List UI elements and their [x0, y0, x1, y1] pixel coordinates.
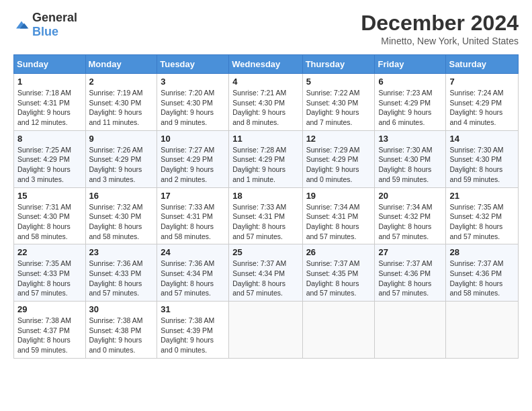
day-info: Sunrise: 7:36 AMSunset: 4:34 PMDaylight:… — [161, 259, 225, 298]
day-info: Sunrise: 7:35 AMSunset: 4:32 PMDaylight:… — [449, 202, 515, 242]
day-info: Sunrise: 7:35 AMSunset: 4:33 PMDaylight:… — [17, 259, 82, 298]
calendar-week-1: 1Sunrise: 7:18 AMSunset: 4:31 PMDaylight… — [14, 74, 519, 131]
calendar-header-saturday: Saturday — [446, 55, 519, 74]
calendar-week-5: 29Sunrise: 7:38 AMSunset: 4:37 PMDayligh… — [14, 302, 519, 359]
calendar-cell: 26Sunrise: 7:37 AMSunset: 4:35 PMDayligh… — [302, 244, 375, 302]
day-info: Sunrise: 7:18 AMSunset: 4:31 PMDaylight:… — [17, 88, 82, 128]
calendar-cell: 10Sunrise: 7:27 AMSunset: 4:29 PMDayligh… — [157, 130, 229, 187]
calendar-header-monday: Monday — [85, 55, 157, 74]
day-info: Sunrise: 7:22 AMSunset: 4:30 PMDaylight:… — [306, 88, 371, 128]
day-info: Sunrise: 7:33 AMSunset: 4:31 PMDaylight:… — [232, 202, 298, 242]
day-info: Sunrise: 7:37 AMSunset: 4:36 PMDaylight:… — [449, 259, 515, 298]
calendar-cell — [375, 302, 446, 359]
day-info: Sunrise: 7:21 AMSunset: 4:30 PMDaylight:… — [232, 88, 298, 128]
day-info: Sunrise: 7:19 AMSunset: 4:30 PMDaylight:… — [89, 88, 154, 128]
calendar-header-sunday: Sunday — [14, 55, 86, 74]
day-info: Sunrise: 7:30 AMSunset: 4:30 PMDaylight:… — [449, 145, 515, 185]
calendar-cell: 1Sunrise: 7:18 AMSunset: 4:31 PMDaylight… — [14, 74, 86, 131]
day-info: Sunrise: 7:30 AMSunset: 4:30 PMDaylight:… — [378, 145, 442, 185]
calendar-cell: 9Sunrise: 7:26 AMSunset: 4:29 PMDaylight… — [85, 130, 157, 187]
day-info: Sunrise: 7:36 AMSunset: 4:33 PMDaylight:… — [89, 259, 154, 298]
calendar-header-thursday: Thursday — [302, 55, 375, 74]
day-number: 12 — [306, 134, 371, 144]
day-info: Sunrise: 7:32 AMSunset: 4:30 PMDaylight:… — [89, 202, 154, 242]
day-number: 11 — [232, 134, 298, 144]
calendar-cell: 4Sunrise: 7:21 AMSunset: 4:30 PMDaylight… — [229, 74, 302, 131]
calendar-week-2: 8Sunrise: 7:25 AMSunset: 4:29 PMDaylight… — [14, 130, 519, 187]
logo-general: General — [32, 11, 77, 24]
calendar-cell: 3Sunrise: 7:20 AMSunset: 4:30 PMDaylight… — [157, 74, 229, 131]
logo: General Blue — [13, 11, 77, 39]
calendar-cell: 13Sunrise: 7:30 AMSunset: 4:30 PMDayligh… — [375, 130, 446, 187]
calendar-cell: 17Sunrise: 7:33 AMSunset: 4:31 PMDayligh… — [157, 187, 229, 244]
calendar-header-row: SundayMondayTuesdayWednesdayThursdayFrid… — [14, 55, 519, 74]
calendar-cell: 22Sunrise: 7:35 AMSunset: 4:33 PMDayligh… — [14, 244, 86, 302]
logo-text: General Blue — [32, 11, 77, 39]
logo-blue: Blue — [32, 25, 58, 38]
day-number: 10 — [161, 134, 225, 144]
day-number: 28 — [449, 247, 515, 257]
day-info: Sunrise: 7:34 AMSunset: 4:32 PMDaylight:… — [378, 202, 442, 242]
day-number: 17 — [161, 191, 225, 201]
day-number: 15 — [17, 191, 82, 201]
calendar-cell — [302, 302, 375, 359]
calendar-cell: 30Sunrise: 7:38 AMSunset: 4:38 PMDayligh… — [85, 302, 157, 359]
calendar-cell: 23Sunrise: 7:36 AMSunset: 4:33 PMDayligh… — [85, 244, 157, 302]
calendar: SundayMondayTuesdayWednesdayThursdayFrid… — [13, 54, 519, 359]
day-number: 19 — [306, 191, 371, 201]
day-number: 8 — [17, 134, 82, 144]
calendar-cell: 15Sunrise: 7:31 AMSunset: 4:30 PMDayligh… — [14, 187, 86, 244]
calendar-cell: 27Sunrise: 7:37 AMSunset: 4:36 PMDayligh… — [375, 244, 446, 302]
calendar-cell: 2Sunrise: 7:19 AMSunset: 4:30 PMDaylight… — [85, 74, 157, 131]
day-number: 6 — [378, 77, 442, 87]
day-number: 20 — [378, 191, 442, 201]
day-number: 29 — [17, 304, 82, 314]
day-info: Sunrise: 7:31 AMSunset: 4:30 PMDaylight:… — [17, 202, 82, 242]
day-info: Sunrise: 7:23 AMSunset: 4:29 PMDaylight:… — [378, 88, 442, 128]
day-info: Sunrise: 7:29 AMSunset: 4:29 PMDaylight:… — [306, 145, 371, 185]
calendar-cell: 28Sunrise: 7:37 AMSunset: 4:36 PMDayligh… — [446, 244, 519, 302]
calendar-cell: 14Sunrise: 7:30 AMSunset: 4:30 PMDayligh… — [446, 130, 519, 187]
day-number: 26 — [306, 247, 371, 257]
subtitle: Minetto, New York, United States — [361, 36, 519, 46]
calendar-cell: 24Sunrise: 7:36 AMSunset: 4:34 PMDayligh… — [157, 244, 229, 302]
day-info: Sunrise: 7:20 AMSunset: 4:30 PMDaylight:… — [161, 88, 225, 128]
day-info: Sunrise: 7:38 AMSunset: 4:39 PMDaylight:… — [161, 316, 225, 355]
day-info: Sunrise: 7:38 AMSunset: 4:38 PMDaylight:… — [89, 316, 154, 355]
calendar-header-friday: Friday — [375, 55, 446, 74]
day-number: 13 — [378, 134, 442, 144]
day-number: 23 — [89, 247, 154, 257]
day-number: 24 — [161, 247, 225, 257]
day-info: Sunrise: 7:24 AMSunset: 4:29 PMDaylight:… — [449, 88, 515, 128]
calendar-cell: 11Sunrise: 7:28 AMSunset: 4:29 PMDayligh… — [229, 130, 302, 187]
day-number: 30 — [89, 304, 154, 314]
day-info: Sunrise: 7:25 AMSunset: 4:29 PMDaylight:… — [17, 145, 82, 185]
day-info: Sunrise: 7:37 AMSunset: 4:36 PMDaylight:… — [378, 259, 442, 298]
calendar-cell: 12Sunrise: 7:29 AMSunset: 4:29 PMDayligh… — [302, 130, 375, 187]
calendar-cell: 25Sunrise: 7:37 AMSunset: 4:34 PMDayligh… — [229, 244, 302, 302]
day-number: 22 — [17, 247, 82, 257]
day-info: Sunrise: 7:37 AMSunset: 4:35 PMDaylight:… — [306, 259, 371, 298]
day-number: 2 — [89, 77, 154, 87]
day-info: Sunrise: 7:26 AMSunset: 4:29 PMDaylight:… — [89, 145, 154, 185]
calendar-cell: 19Sunrise: 7:34 AMSunset: 4:31 PMDayligh… — [302, 187, 375, 244]
day-number: 21 — [449, 191, 515, 201]
calendar-cell: 8Sunrise: 7:25 AMSunset: 4:29 PMDaylight… — [14, 130, 86, 187]
day-number: 7 — [449, 77, 515, 87]
day-number: 3 — [161, 77, 225, 87]
calendar-header-wednesday: Wednesday — [229, 55, 302, 74]
title-area: December 2024 Minetto, New York, United … — [361, 11, 519, 46]
calendar-header-tuesday: Tuesday — [157, 55, 229, 74]
calendar-cell: 29Sunrise: 7:38 AMSunset: 4:37 PMDayligh… — [14, 302, 86, 359]
calendar-cell — [446, 302, 519, 359]
calendar-cell: 31Sunrise: 7:38 AMSunset: 4:39 PMDayligh… — [157, 302, 229, 359]
day-info: Sunrise: 7:28 AMSunset: 4:29 PMDaylight:… — [232, 145, 298, 185]
day-number: 27 — [378, 247, 442, 257]
day-info: Sunrise: 7:37 AMSunset: 4:34 PMDaylight:… — [232, 259, 298, 298]
day-number: 5 — [306, 77, 371, 87]
calendar-cell: 5Sunrise: 7:22 AMSunset: 4:30 PMDaylight… — [302, 74, 375, 131]
header: General Blue December 2024 Minetto, New … — [13, 11, 519, 46]
calendar-cell: 21Sunrise: 7:35 AMSunset: 4:32 PMDayligh… — [446, 187, 519, 244]
day-number: 1 — [17, 77, 82, 87]
calendar-cell: 6Sunrise: 7:23 AMSunset: 4:29 PMDaylight… — [375, 74, 446, 131]
